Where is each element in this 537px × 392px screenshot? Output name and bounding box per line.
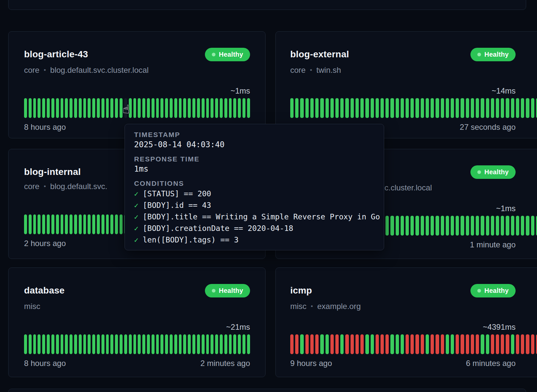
status-bar[interactable] xyxy=(147,334,150,354)
status-bar[interactable] xyxy=(88,98,91,118)
status-bar[interactable] xyxy=(115,98,118,118)
status-bar[interactable] xyxy=(431,98,434,118)
status-bar[interactable] xyxy=(421,334,424,354)
status-bar[interactable] xyxy=(456,98,459,118)
status-bar[interactable] xyxy=(486,98,489,118)
status-bar[interactable] xyxy=(47,334,50,354)
status-bar[interactable] xyxy=(197,334,200,354)
status-bar[interactable] xyxy=(376,334,379,354)
status-bar[interactable] xyxy=(431,334,434,354)
status-bar[interactable] xyxy=(224,334,227,354)
status-bar[interactable] xyxy=(160,98,163,118)
status-bar[interactable] xyxy=(461,216,464,236)
status-bar[interactable] xyxy=(42,334,45,354)
status-bar[interactable] xyxy=(410,334,414,354)
status-bar[interactable] xyxy=(188,98,191,118)
status-bar[interactable] xyxy=(401,216,404,236)
status-bar[interactable] xyxy=(506,216,509,236)
status-bar[interactable] xyxy=(38,98,41,118)
status-bar[interactable] xyxy=(110,98,113,118)
status-bar[interactable] xyxy=(371,334,374,354)
status-bar[interactable] xyxy=(396,334,399,354)
status-bar[interactable] xyxy=(33,98,36,118)
status-bar[interactable] xyxy=(79,214,82,234)
status-bar[interactable] xyxy=(390,334,394,354)
status-bar[interactable] xyxy=(65,214,68,234)
status-bar[interactable] xyxy=(371,98,374,118)
status-bar[interactable] xyxy=(451,334,454,354)
status-bar[interactable] xyxy=(97,98,100,118)
status-bar[interactable] xyxy=(506,334,509,354)
status-bar[interactable] xyxy=(320,98,324,118)
status-bar[interactable] xyxy=(526,216,529,236)
status-bar[interactable] xyxy=(74,334,77,354)
status-bar[interactable] xyxy=(481,98,484,118)
status-bar[interactable] xyxy=(138,98,141,118)
status-bar[interactable] xyxy=(466,334,469,354)
status-bar[interactable] xyxy=(202,334,205,354)
status-bar[interactable] xyxy=(471,216,474,236)
status-bar[interactable] xyxy=(206,98,209,118)
status-bar[interactable] xyxy=(183,98,186,118)
status-bar[interactable] xyxy=(170,334,173,354)
endpoint-name[interactable]: blog-article-43 xyxy=(24,49,88,60)
status-bar[interactable] xyxy=(335,334,339,354)
status-bar[interactable] xyxy=(152,334,155,354)
status-bar[interactable] xyxy=(486,216,489,236)
status-bar[interactable] xyxy=(51,98,54,118)
status-bar[interactable] xyxy=(330,334,334,354)
card-edge-top[interactable] xyxy=(8,0,526,10)
status-bar[interactable] xyxy=(446,98,449,118)
status-bar[interactable] xyxy=(88,334,91,354)
status-bar[interactable] xyxy=(110,214,113,234)
status-bar[interactable] xyxy=(29,98,32,118)
status-bar[interactable] xyxy=(29,334,32,354)
status-bar[interactable] xyxy=(83,214,86,234)
status-bar[interactable] xyxy=(481,334,484,354)
status-bar[interactable] xyxy=(215,334,218,354)
status-bar[interactable] xyxy=(38,214,41,234)
status-bar[interactable] xyxy=(92,334,95,354)
status-bar[interactable] xyxy=(456,334,459,354)
status-bar[interactable] xyxy=(526,98,529,118)
status-bar[interactable] xyxy=(233,334,236,354)
status-bar[interactable] xyxy=(215,98,218,118)
status-bar[interactable] xyxy=(47,214,50,234)
status-bar[interactable] xyxy=(115,334,118,354)
status-bar[interactable] xyxy=(381,334,384,354)
status-bar[interactable] xyxy=(320,334,324,354)
status-bar[interactable] xyxy=(242,98,245,118)
status-bar[interactable] xyxy=(360,98,364,118)
status-bar[interactable] xyxy=(351,334,354,354)
status-bar[interactable] xyxy=(421,216,424,236)
status-bar[interactable] xyxy=(406,98,409,118)
status-bar[interactable] xyxy=(401,98,404,118)
status-bar[interactable] xyxy=(481,216,484,236)
status-bar[interactable] xyxy=(295,334,298,354)
status-bar[interactable] xyxy=(142,98,145,118)
status-bar[interactable] xyxy=(174,98,177,118)
status-bar[interactable] xyxy=(79,334,82,354)
endpoint-card-blog-article-43[interactable]: blog-article-43 Healthy core • blog.defa… xyxy=(8,31,266,138)
status-bar[interactable] xyxy=(446,216,449,236)
status-bar[interactable] xyxy=(410,98,414,118)
status-bar[interactable] xyxy=(441,98,444,118)
status-bar[interactable] xyxy=(491,98,494,118)
status-bar[interactable] xyxy=(229,334,232,354)
status-bar[interactable] xyxy=(381,98,384,118)
status-bar[interactable] xyxy=(238,334,241,354)
status-bar[interactable] xyxy=(466,98,469,118)
status-bar[interactable] xyxy=(51,334,54,354)
status-bar[interactable] xyxy=(61,214,64,234)
status-bar[interactable] xyxy=(142,334,145,354)
status-bar[interactable] xyxy=(355,334,359,354)
status-bar[interactable] xyxy=(441,216,444,236)
status-bar[interactable] xyxy=(426,216,429,236)
status-bar[interactable] xyxy=(486,334,489,354)
status-bar[interactable] xyxy=(385,98,389,118)
status-bar[interactable] xyxy=(192,98,195,118)
status-bar[interactable] xyxy=(295,98,298,118)
status-bar[interactable] xyxy=(290,98,294,118)
status-bar[interactable] xyxy=(92,214,95,234)
status-bar[interactable] xyxy=(360,334,364,354)
